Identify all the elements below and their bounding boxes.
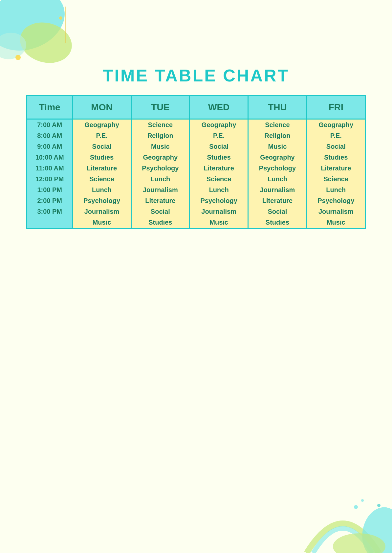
time-900: 9:00 AM xyxy=(27,141,72,152)
mon-header: MON xyxy=(73,96,131,119)
tue-subject-8: Literature xyxy=(132,195,189,206)
tue-header: TUE xyxy=(131,96,189,119)
thu-subject-8: Literature xyxy=(249,195,306,206)
time-1000: 10:00 AM xyxy=(27,152,72,163)
timetable: Time MON TUE WED THU FRI 7:00 AM 8:00 AM… xyxy=(26,95,366,229)
mon-subject-5: Literature xyxy=(73,163,130,174)
wed-subject-10: Music xyxy=(190,217,248,228)
mon-subject-2: P.E. xyxy=(73,130,130,141)
thu-subject-5: Psychology xyxy=(249,163,306,174)
thu-subject-9: Social xyxy=(249,206,306,217)
wed-subject-7: Lunch xyxy=(190,185,248,195)
page-content: TIME TABLE CHART Time MON TUE WED THU FR… xyxy=(0,0,392,249)
fri-subject-9: Journalism xyxy=(307,206,365,217)
fri-subject-8: Psychology xyxy=(307,195,365,206)
wed-subject-4: Studies xyxy=(190,152,248,163)
thu-header: THU xyxy=(248,96,307,119)
tue-subject-6: Lunch xyxy=(132,174,189,185)
thu-subject-7: Journalism xyxy=(249,185,306,195)
page-title: TIME TABLE CHART xyxy=(26,66,366,85)
fri-subject-5: Literature xyxy=(307,163,365,174)
mon-subject-9: Journalism xyxy=(73,206,130,217)
fri-subject-2: P.E. xyxy=(307,130,365,141)
mon-subject-4: Studies xyxy=(73,152,130,163)
mon-subject-7: Lunch xyxy=(73,185,130,195)
time-1500: 3:00 PM xyxy=(27,206,72,217)
fri-subject-7: Lunch xyxy=(307,185,365,195)
time-1100: 11:00 AM xyxy=(27,163,72,174)
mon-column: Geography P.E. Social Studies Literature… xyxy=(73,119,131,229)
fri-subject-6: Science xyxy=(307,174,365,185)
tue-subject-3: Music xyxy=(132,141,189,152)
wed-subject-2: P.E. xyxy=(190,130,248,141)
thu-subject-10: Studies xyxy=(249,217,306,228)
time-header: Time xyxy=(27,96,73,119)
wed-subject-9: Journalism xyxy=(190,206,248,217)
mon-subject-10: Music xyxy=(73,217,130,228)
time-1300: 1:00 PM xyxy=(27,185,72,195)
tue-subject-1: Science xyxy=(132,120,189,130)
svg-point-9 xyxy=(361,499,364,502)
time-column: 7:00 AM 8:00 AM 9:00 AM 10:00 AM 11:00 A… xyxy=(27,119,73,229)
tue-subject-10: Studies xyxy=(132,217,189,228)
wed-subject-6: Science xyxy=(190,174,248,185)
fri-subject-4: Studies xyxy=(307,152,365,163)
fri-subject-10: Music xyxy=(307,217,365,228)
wed-column: Geography P.E. Social Studies Literature… xyxy=(189,119,248,229)
schedule-row: 7:00 AM 8:00 AM 9:00 AM 10:00 AM 11:00 A… xyxy=(27,119,365,229)
fri-subject-3: Social xyxy=(307,141,365,152)
tue-subject-5: Psychology xyxy=(132,163,189,174)
tue-subject-2: Religion xyxy=(132,130,189,141)
svg-point-8 xyxy=(354,505,358,509)
time-800: 8:00 AM xyxy=(27,130,72,141)
svg-point-10 xyxy=(377,504,381,507)
fri-column: Geography P.E. Social Studies Literature… xyxy=(307,119,365,229)
tue-subject-4: Geography xyxy=(132,152,189,163)
fri-subject-1: Geography xyxy=(307,120,365,130)
mon-subject-6: Science xyxy=(73,174,130,185)
time-1200: 12:00 PM xyxy=(27,174,72,185)
wed-subject-8: Psychology xyxy=(190,195,248,206)
thu-subject-6: Lunch xyxy=(249,174,306,185)
wed-header: WED xyxy=(189,96,248,119)
mon-subject-1: Geography xyxy=(73,120,130,130)
thu-subject-2: Religion xyxy=(249,130,306,141)
wed-subject-5: Literature xyxy=(190,163,248,174)
tue-column: Science Religion Music Geography Psychol… xyxy=(131,119,189,229)
thu-subject-4: Geography xyxy=(249,152,306,163)
time-700: 7:00 AM xyxy=(27,120,72,130)
time-1400: 2:00 PM xyxy=(27,195,72,206)
tue-subject-9: Social xyxy=(132,206,189,217)
thu-column: Science Religion Music Geography Psychol… xyxy=(248,119,307,229)
tue-subject-7: Journalism xyxy=(132,185,189,195)
fri-header: FRI xyxy=(307,96,365,119)
wed-subject-3: Social xyxy=(190,141,248,152)
mon-subject-8: Psychology xyxy=(73,195,130,206)
thu-subject-1: Science xyxy=(249,120,306,130)
wed-subject-1: Geography xyxy=(190,120,248,130)
thu-subject-3: Music xyxy=(249,141,306,152)
mon-subject-3: Social xyxy=(73,141,130,152)
